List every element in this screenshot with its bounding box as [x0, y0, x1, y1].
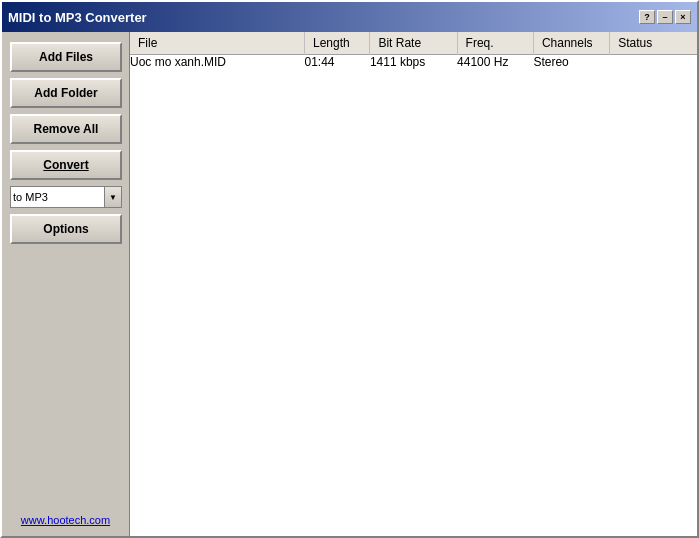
- remove-all-button[interactable]: Remove All: [10, 114, 122, 144]
- table-row[interactable]: Uoc mo xanh.MID 01:44 1411 kbps 44100 Hz…: [130, 55, 697, 70]
- main-window: MIDI to MP3 Converter ? – × Add Files Ad…: [0, 0, 699, 538]
- col-file: File: [130, 32, 304, 55]
- title-bar: MIDI to MP3 Converter ? – ×: [2, 2, 697, 32]
- add-folder-button[interactable]: Add Folder: [10, 78, 122, 108]
- options-button[interactable]: Options: [10, 214, 122, 244]
- cell-freq: 44100 Hz: [457, 55, 533, 70]
- col-bitrate: Bit Rate: [370, 32, 457, 55]
- convert-button[interactable]: Convert: [10, 150, 122, 180]
- table-header: File Length Bit Rate Freq. Channels Stat…: [130, 32, 697, 55]
- sidebar: Add Files Add Folder Remove All Convert …: [2, 32, 130, 536]
- minimize-button[interactable]: –: [657, 10, 673, 24]
- file-list-scroll[interactable]: File Length Bit Rate Freq. Channels Stat…: [130, 32, 697, 536]
- format-selector-container: to MP3 to WAV to OGG to WMA ▼: [10, 186, 122, 208]
- cell-channels: Stereo: [533, 55, 609, 70]
- cell-file: Uoc mo xanh.MID: [130, 55, 304, 70]
- format-select[interactable]: to MP3 to WAV to OGG to WMA: [10, 186, 104, 208]
- website-link[interactable]: www.hootech.com: [10, 514, 121, 526]
- title-bar-controls: ? – ×: [639, 10, 691, 24]
- col-length: Length: [304, 32, 369, 55]
- window-title: MIDI to MP3 Converter: [8, 10, 147, 25]
- add-files-button[interactable]: Add Files: [10, 42, 122, 72]
- file-table: File Length Bit Rate Freq. Channels Stat…: [130, 32, 697, 69]
- table-body: Uoc mo xanh.MID 01:44 1411 kbps 44100 Hz…: [130, 55, 697, 70]
- cell-status: [610, 55, 697, 70]
- col-freq: Freq.: [457, 32, 533, 55]
- main-area: File Length Bit Rate Freq. Channels Stat…: [130, 32, 697, 536]
- cell-bitrate: 1411 kbps: [370, 55, 457, 70]
- cell-length: 01:44: [304, 55, 369, 70]
- content-area: Add Files Add Folder Remove All Convert …: [2, 32, 697, 536]
- help-button[interactable]: ?: [639, 10, 655, 24]
- col-channels: Channels: [533, 32, 609, 55]
- format-dropdown-icon[interactable]: ▼: [104, 186, 122, 208]
- close-button[interactable]: ×: [675, 10, 691, 24]
- col-status: Status: [610, 32, 697, 55]
- sidebar-spacer: [10, 250, 121, 508]
